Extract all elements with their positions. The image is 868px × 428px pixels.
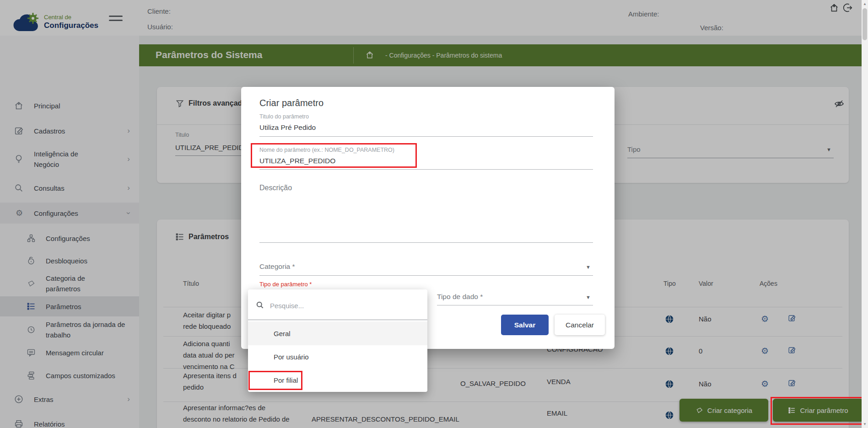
save-button[interactable]: Salvar: [501, 315, 549, 335]
dropdown-search-input[interactable]: Pesquise...: [270, 302, 304, 310]
search-icon: [255, 300, 264, 310]
dropdown-option-geral[interactable]: Geral: [248, 321, 427, 345]
annotation-box-create-parameter: [771, 397, 866, 425]
modal-title: Criar parâmetro: [259, 98, 323, 108]
modal-descricao-underline: [259, 242, 593, 243]
dropdown-arrow-icon[interactable]: ▼: [586, 294, 591, 300]
page: Central de Configurações Cliente: Usuári…: [0, 0, 868, 428]
modal-tipo-dado-select[interactable]: Tipo de dado *: [437, 293, 483, 301]
annotation-box-por-filial: [248, 371, 302, 390]
modal-tipo-parametro-label: Tipo de parâmetro *: [259, 281, 312, 288]
modal-titulo-label: Titulo do parâmetro: [259, 113, 309, 120]
annotation-box-nome-field: [251, 143, 417, 168]
option-label: Por usuário: [274, 353, 309, 361]
modal-titulo-input[interactable]: Utiliza Pré Pedido: [259, 123, 316, 132]
cancel-button[interactable]: Cancelar: [555, 315, 605, 335]
modal-categoria-select[interactable]: Categoria *: [259, 262, 295, 271]
dropdown-arrow-icon[interactable]: ▼: [586, 264, 591, 270]
modal-nome-underline: [259, 169, 593, 170]
option-label: Geral: [274, 330, 291, 337]
modal-titulo-underline: [259, 136, 593, 137]
modal-tipo-dado-underline: [437, 305, 593, 305]
dropdown-search-underline: [248, 320, 427, 320]
dropdown-option-por-usuario[interactable]: Por usuário: [248, 345, 427, 369]
scrollbar-thumb[interactable]: [863, 8, 867, 40]
modal-categoria-underline: [259, 275, 593, 276]
browser-scrollbar[interactable]: ▲ ▼: [862, 0, 868, 428]
modal-descricao-textarea[interactable]: Descrição: [259, 184, 292, 192]
scroll-up-arrow[interactable]: ▲: [862, 2, 868, 6]
scroll-down-arrow[interactable]: ▼: [862, 422, 868, 426]
